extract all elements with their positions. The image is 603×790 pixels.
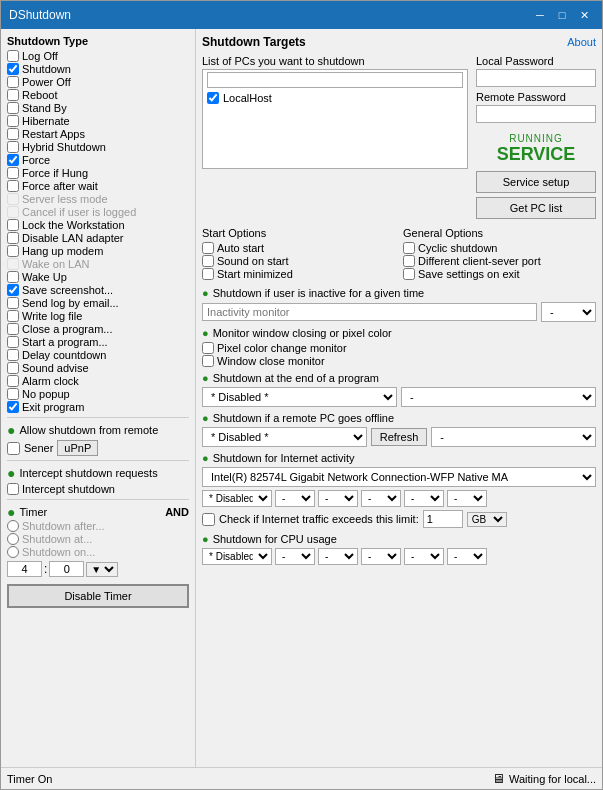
internet-d5-select[interactable]: -	[447, 490, 487, 507]
checkbox-stand-by-input[interactable]	[7, 102, 19, 114]
status-left: Timer On	[7, 773, 52, 785]
checkbox-save-screenshot-input[interactable]	[7, 284, 19, 296]
checkbox-delay-countdown-input[interactable]	[7, 349, 19, 361]
cpu-d2-select[interactable]: -	[318, 548, 358, 565]
checkbox-cyclic-shutdown-input[interactable]	[403, 242, 415, 254]
checkbox-window-close-input[interactable]	[202, 355, 214, 367]
radio-shutdown-at-input[interactable]	[7, 533, 19, 545]
internet-disabled-select[interactable]: * Disabled *	[202, 490, 272, 507]
disable-timer-button[interactable]: Disable Timer	[7, 584, 189, 608]
local-password-label: Local Password	[476, 55, 596, 67]
traffic-value-input[interactable]	[423, 510, 463, 528]
service-indicator: RUNNING SERVICE	[476, 133, 596, 165]
checkbox-sound-advise-label: Sound advise	[22, 362, 89, 374]
checkbox-log-off-input[interactable]	[7, 50, 19, 62]
checkbox-write-log-input[interactable]	[7, 310, 19, 322]
traffic-checkbox[interactable]	[202, 513, 215, 526]
timer-hour-input[interactable]	[7, 561, 42, 577]
checkbox-start-program-input[interactable]	[7, 336, 19, 348]
traffic-unit-select[interactable]: GB	[467, 512, 507, 527]
checkbox-force-if-hung-input[interactable]	[7, 167, 19, 179]
timer-spin-select[interactable]: ▼	[86, 562, 118, 577]
remote-group: ● Allow shutdown from remote	[7, 422, 189, 438]
checkbox-diff-client-server-input[interactable]	[403, 255, 415, 267]
radio-shutdown-at-label: Shutdown at...	[22, 533, 92, 545]
checkbox-no-popup: No popup	[7, 388, 189, 400]
cpu-disabled-select[interactable]: * Disabled *	[202, 548, 272, 565]
checkbox-disable-lan-input[interactable]	[7, 232, 19, 244]
checkbox-power-off-input[interactable]	[7, 76, 19, 88]
checkbox-start-minimized-input[interactable]	[202, 268, 214, 280]
sener-label: Sener	[24, 442, 53, 454]
internet-d1-select[interactable]: -	[275, 490, 315, 507]
checkbox-hybrid-shutdown-input[interactable]	[7, 141, 19, 153]
remote-offline-label: ● Shutdown if a remote PC goes offline	[202, 412, 596, 424]
checkbox-reboot-input[interactable]	[7, 89, 19, 101]
sener-checkbox[interactable]	[7, 442, 20, 455]
cpu-d4-select[interactable]: -	[404, 548, 444, 565]
remote-offline-time-select[interactable]: -	[431, 427, 596, 447]
window-controls: ─ □ ✕	[530, 7, 594, 23]
remote-password-input[interactable]	[476, 105, 596, 123]
checkbox-sound-on-start-input[interactable]	[202, 255, 214, 267]
close-button[interactable]: ✕	[574, 7, 594, 23]
intercept-group: ● Intercept shutdown requests	[7, 465, 189, 481]
checkbox-lock-workstation-input[interactable]	[7, 219, 19, 231]
targets-list: LocalHost	[202, 69, 468, 169]
end-program-select[interactable]: * Disabled *	[202, 387, 397, 407]
checkbox-save-settings-exit-label: Save settings on exit	[418, 268, 520, 280]
internet-d2-select[interactable]: -	[318, 490, 358, 507]
timer-min-input[interactable]	[49, 561, 84, 577]
network-adapter-select[interactable]: Intel(R) 82574L Gigabit Network Connecti…	[202, 467, 596, 487]
checkbox-start-minimized-label: Start minimized	[217, 268, 293, 280]
cpu-d1-select[interactable]: -	[275, 548, 315, 565]
checkbox-hibernate-input[interactable]	[7, 115, 19, 127]
checkbox-auto-start-input[interactable]	[202, 242, 214, 254]
remote-offline-select[interactable]: * Disabled *	[202, 427, 367, 447]
checkbox-cyclic-shutdown: Cyclic shutdown	[403, 242, 596, 254]
checkbox-alarm-clock-input[interactable]	[7, 375, 19, 387]
targets-input[interactable]	[207, 72, 463, 88]
checkbox-force-if-hung-label: Force if Hung	[22, 167, 88, 179]
internet-d4-select[interactable]: -	[404, 490, 444, 507]
start-options-col: Start Options Auto start Sound on start …	[202, 227, 395, 281]
checkbox-hang-modem-input[interactable]	[7, 245, 19, 257]
cpu-d5-select[interactable]: -	[447, 548, 487, 565]
checkbox-force-input[interactable]	[7, 154, 19, 166]
end-program-time-select[interactable]: -	[401, 387, 596, 407]
inactivity-time-select[interactable]: -	[541, 302, 596, 322]
local-password-input[interactable]	[476, 69, 596, 87]
checkbox-sound-advise-input[interactable]	[7, 362, 19, 374]
checkbox-pixel-monitor-input[interactable]	[202, 342, 214, 354]
checkbox-wake-up-input[interactable]	[7, 271, 19, 283]
checkbox-force-after-wait-input[interactable]	[7, 180, 19, 192]
localhost-checkbox[interactable]	[207, 92, 219, 104]
checkbox-send-log-email-input[interactable]	[7, 297, 19, 309]
get-pc-list-button[interactable]: Get PC list	[476, 197, 596, 219]
radio-shutdown-after-input[interactable]	[7, 520, 19, 532]
internet-d3-select[interactable]: -	[361, 490, 401, 507]
about-link[interactable]: About	[567, 36, 596, 48]
checkbox-exit-program-input[interactable]	[7, 401, 19, 413]
checkbox-save-settings-exit: Save settings on exit	[403, 268, 596, 280]
checkbox-close-program-input[interactable]	[7, 323, 19, 335]
radio-shutdown-on-input[interactable]	[7, 546, 19, 558]
targets-left: List of PCs you want to shutdown LocalHo…	[202, 55, 468, 223]
upnp-button[interactable]: uPnP	[57, 440, 98, 456]
checkbox-intercept-input[interactable]	[7, 483, 19, 495]
checkbox-no-popup-input[interactable]	[7, 388, 19, 400]
checkbox-save-settings-exit-input[interactable]	[403, 268, 415, 280]
service-setup-button[interactable]: Service setup	[476, 171, 596, 193]
checkbox-shutdown-input[interactable]	[7, 63, 19, 75]
cpu-d3-select[interactable]: -	[361, 548, 401, 565]
checkbox-no-popup-label: No popup	[22, 388, 70, 400]
inactivity-monitor-input[interactable]	[202, 303, 537, 321]
general-options-col: General Options Cyclic shutdown Differen…	[403, 227, 596, 281]
refresh-button[interactable]: Refresh	[371, 428, 428, 446]
checkbox-start-minimized: Start minimized	[202, 268, 395, 280]
checkbox-restart-apps: Restart Apps	[7, 128, 189, 140]
minimize-button[interactable]: ─	[530, 7, 550, 23]
maximize-button[interactable]: □	[552, 7, 572, 23]
checkbox-restart-apps-input[interactable]	[7, 128, 19, 140]
checkbox-force-after-wait-label: Force after wait	[22, 180, 98, 192]
